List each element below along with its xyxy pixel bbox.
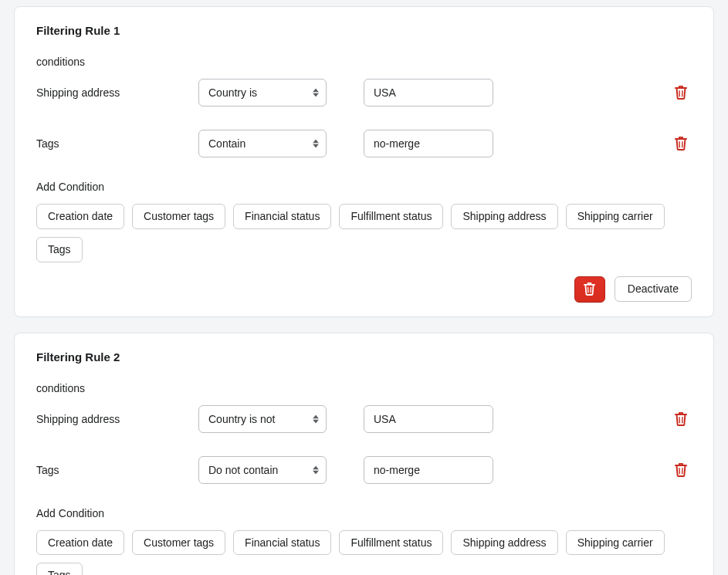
add-condition-chip[interactable]: Tags [36,563,83,575]
deactivate-button[interactable]: Deactivate [615,276,692,302]
condition-row: Tags Contain [36,130,692,157]
add-condition-chip[interactable]: Shipping carrier [566,530,665,556]
delete-rule-button[interactable] [574,276,605,303]
operator-select-wrap: Country is [198,79,327,107]
add-condition-chip[interactable]: Financial status [233,530,331,556]
operator-select[interactable]: Contain [198,130,327,157]
condition-value-input[interactable] [364,405,493,433]
filtering-rule-card: Filtering Rule 2 conditions Shipping add… [14,333,714,575]
condition-value-input[interactable] [364,456,493,484]
trash-icon [675,463,687,477]
trash-icon [675,412,687,426]
condition-field-label: Tags [36,464,198,476]
condition-row: Tags Do not contain [36,456,692,484]
add-condition-chip[interactable]: Fulfillment status [339,204,443,229]
add-condition-chip[interactable]: Shipping address [451,530,557,556]
operator-select[interactable]: Do not contain [198,456,327,484]
operator-select-wrap: Contain [198,130,327,157]
add-condition-chip[interactable]: Financial status [233,204,331,229]
trash-icon [675,86,687,100]
delete-condition-button[interactable] [670,132,692,155]
add-condition-chip[interactable]: Creation date [36,530,124,556]
condition-chips-row: Creation date Customer tags Financial st… [36,204,692,262]
operator-select-wrap: Do not contain [198,456,327,484]
delete-condition-button[interactable] [670,81,692,104]
conditions-heading: conditions [36,382,692,394]
trash-icon [584,282,595,296]
delete-condition-button[interactable] [670,458,692,482]
add-condition-chip[interactable]: Customer tags [132,530,225,556]
condition-value-input[interactable] [364,79,493,107]
add-condition-chip[interactable]: Creation date [36,204,124,229]
add-condition-heading: Add Condition [36,181,692,193]
condition-field-label: Shipping address [36,413,198,425]
rule-actions: Deactivate [36,276,692,303]
rule-title: Filtering Rule 2 [36,350,692,364]
condition-value-input[interactable] [364,130,493,157]
operator-select[interactable]: Country is [198,79,327,107]
add-condition-chip[interactable]: Customer tags [132,204,225,229]
condition-chips-row: Creation date Customer tags Financial st… [36,530,692,575]
add-condition-chip[interactable]: Tags [36,237,83,262]
condition-row: Shipping address Country is [36,79,692,107]
rule-title: Filtering Rule 1 [36,24,692,37]
filtering-rule-card: Filtering Rule 1 conditions Shipping add… [14,6,714,317]
operator-select[interactable]: Country is not [198,405,327,433]
add-condition-chip[interactable]: Fulfillment status [339,530,443,556]
add-condition-chip[interactable]: Shipping carrier [566,204,665,229]
condition-field-label: Shipping address [36,86,198,99]
trash-icon [675,137,687,151]
delete-condition-button[interactable] [670,408,692,431]
add-condition-heading: Add Condition [36,507,692,519]
operator-select-wrap: Country is not [198,405,327,433]
condition-field-label: Tags [36,137,198,150]
conditions-heading: conditions [36,56,692,68]
add-condition-chip[interactable]: Shipping address [451,204,557,229]
condition-row: Shipping address Country is not [36,405,692,433]
